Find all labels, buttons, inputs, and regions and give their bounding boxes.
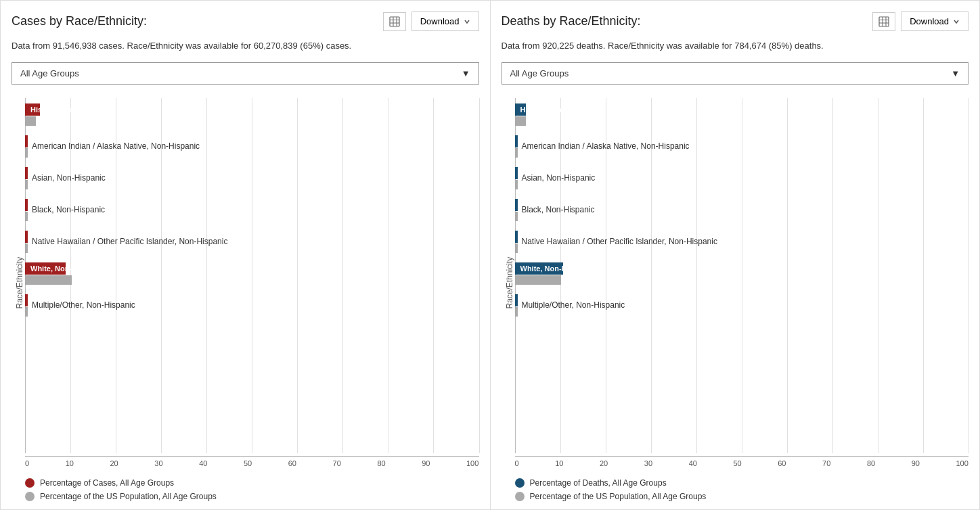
deaths-legend-dot-deaths [515,478,525,488]
deaths-bar-group-hispanic: Hispanic/Latino [515,103,576,126]
cases-download-button[interactable]: Download [411,11,479,31]
cases-legend-label-cases: Percentage of Cases, All Age Groups [40,478,174,488]
cases-bar-group-multiple [25,294,28,317]
cases-bar-row-multiple: Multiple/Other, Non-Hispanic [25,294,479,317]
cases-legend-dot-uspop [25,492,35,501]
deaths-y-axis-label: Race/Ethnicity [502,98,515,468]
cases-legend-dot-cases [25,478,35,488]
deaths-bar-primary-aian [515,135,518,147]
cases-label-asian: Asian, Non-Hispanic [32,173,106,183]
deaths-header-right: Download [872,11,968,31]
cases-bar-group-asian [25,167,28,189]
cases-chart-wrapper: Race/Ethnicity [12,98,479,468]
deaths-bar-primary-asian [515,167,518,179]
cases-label-black: Black, Non-Hispanic [32,205,105,214]
cases-bars-area: Hispanic/Latino American Indian / [25,98,479,454]
table-icon [389,16,400,27]
deaths-description: Data from 920,225 deaths. Race/Ethnicity… [502,39,969,53]
cases-bar-secondary-hispanic [25,116,36,126]
cases-bar-label-hispanic: Hispanic/Latino [28,106,86,114]
deaths-bar-group-multiple [515,294,518,317]
deaths-table-icon [878,16,889,27]
deaths-bar-row-hispanic: Hispanic/Latino [515,103,969,126]
cases-age-group-select[interactable]: All Age Groups ▼ [12,62,479,85]
deaths-label-black: Black, Non-Hispanic [522,205,595,214]
deaths-bar-row-nhpi: Native Hawaiian / Other Pacific Islander… [515,231,969,253]
cases-bar-secondary-aian [25,148,28,158]
deaths-bar-primary-hispanic: Hispanic/Latino [515,103,526,116]
deaths-legend-dot-uspop [515,492,525,501]
cases-y-axis-label: Race/Ethnicity [12,98,25,468]
deaths-bar-secondary-multiple [515,307,518,317]
cases-panel: Cases by Race/Ethnicity: Download [0,0,490,510]
deaths-bar-group-white: White, Non-Hispanic [515,262,593,285]
deaths-bar-group-black [515,199,518,221]
deaths-age-group-select[interactable]: All Age Groups ▼ [502,62,969,85]
cases-chart-area: Race/Ethnicity [12,93,479,502]
cases-bar-secondary-black [25,212,28,221]
deaths-bar-row-black: Black, Non-Hispanic [515,199,969,221]
deaths-age-group-label: All Age Groups [510,68,569,78]
cases-download-label: Download [420,16,460,26]
cases-bar-secondary-white [25,275,72,285]
cases-title: Cases by Race/Ethnicity: [12,14,147,28]
deaths-panel-header: Deaths by Race/Ethnicity: Download [502,11,969,31]
cases-table-icon-button[interactable] [383,12,406,31]
cases-legend-item-primary: Percentage of Cases, All Age Groups [25,478,479,488]
deaths-label-asian: Asian, Non-Hispanic [522,173,596,183]
cases-bar-primary-hispanic: Hispanic/Latino [25,103,40,116]
deaths-age-group-chevron-icon: ▼ [951,68,960,78]
cases-bar-row-nhpi: Native Hawaiian / Other Pacific Islander… [25,231,479,253]
deaths-chart-wrapper: Race/Ethnicity [502,98,969,468]
main-container: Cases by Race/Ethnicity: Download [0,0,980,510]
cases-description: Data from 91,546,938 cases. Race/Ethnici… [12,39,479,53]
cases-bar-group-hispanic: Hispanic/Latino [25,103,86,126]
cases-bar-group-aian [25,135,28,158]
cases-panel-header: Cases by Race/Ethnicity: Download [12,11,479,31]
deaths-chart-area: Race/Ethnicity [502,93,969,502]
deaths-bar-secondary-aian [515,148,518,158]
cases-bar-label-white: White, Non-Hispanic [28,264,103,273]
deaths-bar-secondary-white [515,275,562,285]
deaths-download-button[interactable]: Download [901,11,968,31]
deaths-bar-primary-multiple [515,294,518,306]
cases-label-aian: American Indian / Alaska Native, Non-His… [32,141,200,151]
deaths-label-nhpi: Native Hawaiian / Other Pacific Islander… [522,237,717,246]
cases-age-group-label: All Age Groups [20,68,79,78]
deaths-title: Deaths by Race/Ethnicity: [502,14,641,28]
cases-bar-secondary-multiple [25,307,28,317]
deaths-bar-secondary-nhpi [515,244,518,253]
cases-bar-group-white: White, Non-Hispanic [25,262,103,285]
deaths-panel: Deaths by Race/Ethnicity: Download [490,0,981,510]
cases-x-axis: 0 10 20 30 40 50 60 70 80 90 100 [25,456,479,467]
deaths-bar-secondary-black [515,212,518,221]
deaths-bar-secondary-asian [515,180,518,189]
cases-bar-row-black: Black, Non-Hispanic [25,199,479,221]
svg-rect-0 [390,17,399,26]
deaths-table-icon-button[interactable] [872,12,895,31]
cases-bar-primary-nhpi [25,231,28,243]
deaths-bar-primary-white: White, Non-Hispanic [515,262,563,275]
deaths-bar-row-white: White, Non-Hispanic [515,262,969,285]
deaths-bar-secondary-hispanic [515,116,526,126]
cases-download-chevron-icon [464,18,470,25]
deaths-bar-row-asian: Asian, Non-Hispanic [515,167,969,189]
deaths-legend-label-deaths: Percentage of Deaths, All Age Groups [530,478,667,488]
cases-bar-primary-black [25,199,28,211]
deaths-bar-primary-black [515,199,518,211]
deaths-bar-group-nhpi [515,231,518,253]
deaths-legend-item-primary: Percentage of Deaths, All Age Groups [515,478,969,488]
deaths-bar-label-white: White, Non-Hispanic [518,264,593,273]
cases-header-right: Download [383,11,479,31]
cases-bar-secondary-asian [25,180,28,189]
deaths-label-multiple: Multiple/Other, Non-Hispanic [522,300,625,310]
deaths-legend: Percentage of Deaths, All Age Groups Per… [502,478,969,501]
cases-bar-row-asian: Asian, Non-Hispanic [25,167,479,189]
deaths-x-axis: 0 10 20 30 40 50 60 70 80 90 100 [515,456,969,467]
cases-bar-primary-multiple [25,294,28,306]
cases-bar-group-black [25,199,28,221]
deaths-bars-area: Hispanic/Latino American Indian / [515,98,969,454]
deaths-download-chevron-icon [953,18,960,25]
cases-label-nhpi: Native Hawaiian / Other Pacific Islander… [32,237,227,246]
cases-legend: Percentage of Cases, All Age Groups Perc… [12,478,479,501]
